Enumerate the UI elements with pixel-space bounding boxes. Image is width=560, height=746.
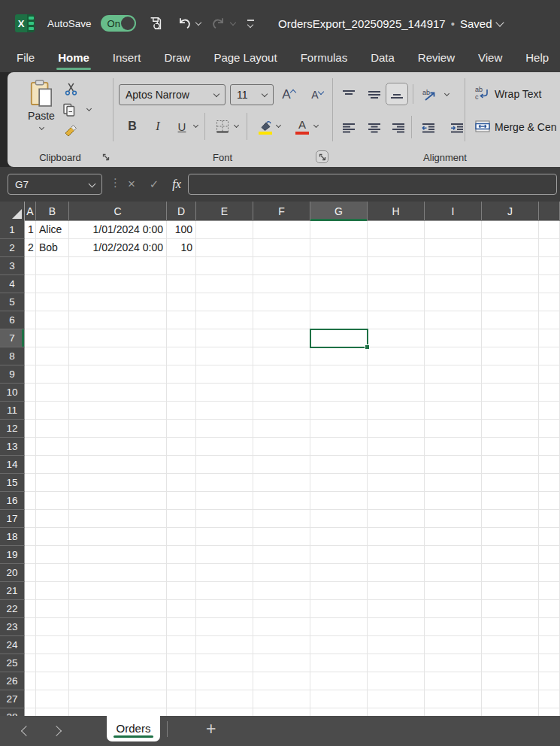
cell-E21[interactable] [196, 582, 253, 600]
cell-B20[interactable] [36, 564, 69, 582]
cell-H11[interactable] [368, 402, 425, 420]
cell-clipped-10[interactable] [539, 384, 560, 402]
cell-D2[interactable]: 10 [167, 239, 196, 257]
wrap-text-label[interactable]: Wrap Text [495, 88, 542, 100]
cell-D4[interactable] [167, 275, 196, 293]
cell-A11[interactable] [25, 402, 36, 420]
cut-button[interactable] [60, 78, 81, 99]
cell-B5[interactable] [36, 293, 69, 311]
font-name-select[interactable]: Aptos Narrow [119, 84, 226, 105]
cell-F11[interactable] [253, 402, 310, 420]
cell-A6[interactable] [25, 311, 36, 329]
cell-G2[interactable] [310, 239, 368, 257]
cell-J24[interactable] [482, 636, 539, 654]
previous-sheet-icon[interactable] [21, 726, 32, 736]
cell-H28[interactable] [368, 708, 425, 716]
cell-B19[interactable] [36, 546, 69, 564]
clipboard-dialog-launcher[interactable] [99, 150, 112, 163]
cell-F8[interactable] [253, 347, 310, 365]
cell-C13[interactable] [69, 438, 167, 456]
cell-E28[interactable] [196, 708, 253, 716]
cell-G23[interactable] [310, 618, 368, 636]
cell-E22[interactable] [196, 600, 253, 618]
cell-D9[interactable] [167, 365, 196, 384]
cell-E24[interactable] [196, 636, 253, 654]
cell-A9[interactable] [25, 365, 36, 384]
row-header-19[interactable]: 19 [0, 546, 25, 564]
cell-C20[interactable] [69, 564, 167, 582]
cell-B1[interactable]: Alice [36, 221, 69, 239]
cell-B14[interactable] [36, 456, 69, 474]
cell-B22[interactable] [36, 600, 69, 618]
cell-A28[interactable] [25, 708, 36, 716]
cell-clipped-12[interactable] [539, 420, 560, 438]
row-header-3[interactable]: 3 [0, 257, 25, 275]
cell-clipped-17[interactable] [539, 510, 560, 528]
cell-A7[interactable] [25, 329, 36, 347]
row-header-26[interactable]: 26 [0, 672, 25, 690]
cell-G13[interactable] [310, 438, 368, 456]
row-header-9[interactable]: 9 [0, 365, 25, 384]
cell-J11[interactable] [482, 402, 539, 420]
row-header-14[interactable]: 14 [0, 456, 25, 474]
cell-B23[interactable] [36, 618, 69, 636]
cell-H10[interactable] [368, 384, 425, 402]
cell-G14[interactable] [310, 456, 368, 474]
tab-page-layout[interactable]: Page Layout [213, 47, 277, 72]
cell-I10[interactable] [425, 384, 482, 402]
cell-I20[interactable] [425, 564, 482, 582]
cell-B27[interactable] [36, 690, 69, 708]
cell-I5[interactable] [425, 293, 482, 311]
cell-clipped-16[interactable] [539, 492, 560, 510]
cell-G15[interactable] [310, 474, 368, 492]
row-header-8[interactable]: 8 [0, 347, 25, 365]
cell-C12[interactable] [69, 420, 167, 438]
cell-D12[interactable] [167, 420, 196, 438]
cell-E12[interactable] [196, 420, 253, 438]
cell-I14[interactable] [425, 456, 482, 474]
cell-clipped-8[interactable] [539, 347, 560, 365]
cell-C5[interactable] [69, 293, 167, 311]
cell-D7[interactable] [167, 329, 196, 347]
cell-E3[interactable] [196, 257, 253, 275]
cell-F9[interactable] [253, 365, 310, 384]
cell-I19[interactable] [425, 546, 482, 564]
cell-H20[interactable] [368, 564, 425, 582]
cell-C2[interactable]: 1/02/2024 0:00 [69, 239, 167, 257]
cell-clipped-23[interactable] [539, 618, 560, 636]
save-button[interactable] [147, 15, 164, 32]
cell-J7[interactable] [482, 329, 539, 347]
cell-C1[interactable]: 1/01/2024 0:00 [69, 221, 167, 239]
cell-clipped-27[interactable] [539, 690, 560, 708]
cell-B2[interactable]: Bob [36, 239, 69, 257]
cell-D26[interactable] [167, 672, 196, 690]
cell-I1[interactable] [425, 221, 482, 239]
cell-B26[interactable] [36, 672, 69, 690]
row-header-6[interactable]: 6 [0, 311, 25, 329]
cell-I3[interactable] [425, 257, 482, 275]
cell-C19[interactable] [69, 546, 167, 564]
cell-G16[interactable] [310, 492, 368, 510]
cell-E1[interactable] [196, 221, 253, 239]
paste-button[interactable]: Paste [20, 78, 63, 144]
cell-G4[interactable] [310, 275, 368, 293]
merge-center-label[interactable]: Merge & Cen [495, 121, 556, 133]
cell-G5[interactable] [310, 293, 368, 311]
cell-D27[interactable] [167, 690, 196, 708]
cell-D23[interactable] [167, 618, 196, 636]
font-color-button[interactable]: A [292, 116, 313, 137]
cell-A24[interactable] [25, 636, 36, 654]
cell-C7[interactable] [69, 329, 167, 347]
cell-A22[interactable] [25, 600, 36, 618]
cell-C17[interactable] [69, 510, 167, 528]
row-header-27[interactable]: 27 [0, 690, 25, 708]
cell-J16[interactable] [482, 492, 539, 510]
formula-input[interactable] [188, 174, 557, 195]
cell-clipped-24[interactable] [539, 636, 560, 654]
cell-F21[interactable] [253, 582, 310, 600]
row-header-10[interactable]: 10 [0, 384, 25, 402]
column-header-clipped[interactable] [539, 202, 560, 221]
cell-B17[interactable] [36, 510, 69, 528]
cell-D18[interactable] [167, 528, 196, 546]
cell-G17[interactable] [310, 510, 368, 528]
